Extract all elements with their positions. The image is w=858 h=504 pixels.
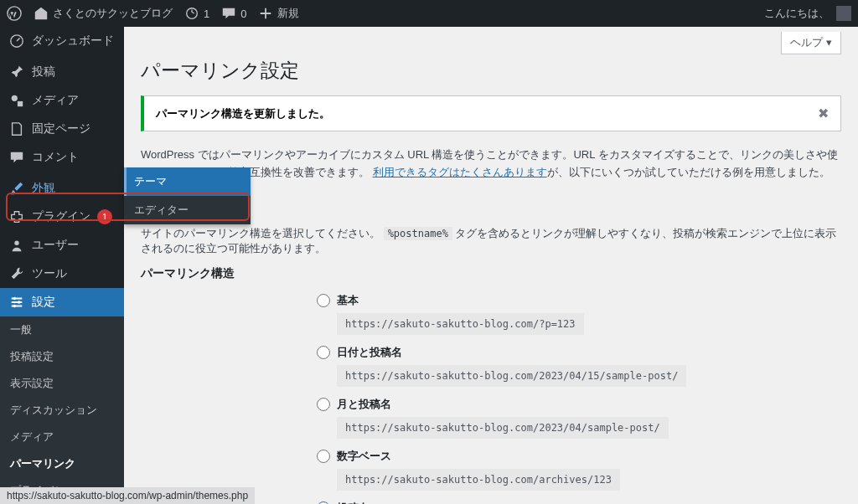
svg-point-5 <box>18 301 21 304</box>
svg-point-4 <box>13 297 17 301</box>
option-label[interactable]: 投稿名 <box>317 501 841 504</box>
sub-permalinks[interactable]: パーマリンク <box>0 450 124 477</box>
sub-discussion[interactable]: ディスカッション <box>0 397 124 424</box>
menu-tools[interactable]: ツール <box>0 260 124 288</box>
dashboard-icon <box>8 33 25 49</box>
option-url: https://sakuto-sakutto-blog.com/2023/04/… <box>337 365 686 387</box>
sub-general[interactable]: 一般 <box>0 316 124 343</box>
option-url: https://sakuto-sakutto-blog.com/2023/04/… <box>337 417 669 439</box>
greeting-text: こんにちは、 <box>764 6 830 21</box>
sliders-icon <box>8 295 25 310</box>
notice-text: パーマリンク構造を更新しました。 <box>156 106 330 121</box>
menu-plugins[interactable]: プラグイン1 <box>0 203 124 231</box>
dismiss-icon[interactable]: ✖ <box>818 105 829 121</box>
permalink-option: 数字ベースhttps://sakuto-sakutto-blog.com/arc… <box>317 449 841 491</box>
option-radio[interactable] <box>317 294 330 307</box>
admin-bar: さくとのサクッとブログ 1 0 新規 こんにちは、 <box>0 0 858 27</box>
appearance-flyout: テーマ エディター <box>124 167 251 224</box>
avatar <box>836 6 851 21</box>
pin-icon <box>8 64 25 80</box>
postname-tag: %postname% <box>384 227 452 240</box>
menu-appearance[interactable]: 外観 <box>0 174 124 203</box>
option-url: https://sakuto-sakutto-blog.com/archives… <box>337 469 620 491</box>
permalink-option: 基本https://sakuto-sakutto-blog.com/?p=123 <box>317 293 841 335</box>
tags-link[interactable]: 利用できるタグはたくさんあります <box>373 166 547 178</box>
help-tab[interactable]: ヘルプ ▾ <box>781 32 841 54</box>
option-radio[interactable] <box>317 450 330 463</box>
flyout-themes[interactable]: テーマ <box>124 167 251 196</box>
svg-point-6 <box>13 305 17 308</box>
updates-link[interactable]: 1 <box>184 6 209 21</box>
option-url: https://sakuto-sakutto-blog.com/?p=123 <box>337 313 584 335</box>
permalink-option: 投稿名https://sakuto-sakutto-blog.com/sampl… <box>317 501 841 504</box>
option-radio[interactable] <box>317 398 330 411</box>
menu-comments[interactable]: コメント <box>0 143 124 172</box>
plugins-badge: 1 <box>97 209 112 224</box>
option-label[interactable]: 月と投稿名 <box>317 397 841 412</box>
svg-point-3 <box>14 241 18 245</box>
menu-dashboard[interactable]: ダッシュボード <box>0 27 124 55</box>
option-label[interactable]: 数字ベース <box>317 449 841 464</box>
menu-posts[interactable]: 投稿 <box>0 58 124 86</box>
status-bar: https://sakuto-sakutto-blog.com/wp-admin… <box>0 487 255 504</box>
media-icon <box>8 93 25 108</box>
comments-link[interactable]: 0 <box>221 6 246 21</box>
menu-settings[interactable]: 設定 <box>0 288 124 316</box>
menu-media[interactable]: メディア <box>0 86 124 115</box>
option-radio[interactable] <box>317 501 330 504</box>
wp-logo[interactable] <box>7 6 22 21</box>
comment-icon <box>8 150 25 165</box>
structure-heading: パーマリンク構造 <box>141 266 841 281</box>
option-radio[interactable] <box>317 346 330 359</box>
admin-sidebar: ダッシュボード 投稿 メディア 固定ページ コメント 外観 プラグイン1 ユーザ… <box>0 27 124 504</box>
brush-icon <box>8 181 25 196</box>
hint-text: サイトのパーマリンク構造を選択してください。 %postname% タグを含める… <box>141 226 841 256</box>
option-label[interactable]: 日付と投稿名 <box>317 345 841 360</box>
success-notice: パーマリンク構造を更新しました。 ✖ <box>141 95 841 131</box>
wrench-icon <box>8 266 25 281</box>
menu-pages[interactable]: 固定ページ <box>0 115 124 143</box>
option-label[interactable]: 基本 <box>317 293 841 308</box>
account-link[interactable]: こんにちは、 <box>764 6 851 21</box>
page-icon <box>8 121 25 136</box>
sub-media[interactable]: メディア <box>0 424 124 450</box>
settings-submenu: 一般 投稿設定 表示設定 ディスカッション メディア パーマリンク プライバシー <box>0 316 124 504</box>
sub-writing[interactable]: 投稿設定 <box>0 343 124 370</box>
plugin-icon <box>8 209 25 224</box>
user-icon <box>8 238 25 253</box>
page-title: パーマリンク設定 <box>141 58 841 84</box>
content-area: ヘルプ ▾ パーマリンク設定 パーマリンク構造を更新しました。 ✖ WordPr… <box>124 27 858 504</box>
new-link[interactable]: 新規 <box>258 6 299 21</box>
site-title: さくとのサクッとブログ <box>53 6 173 21</box>
sub-reading[interactable]: 表示設定 <box>0 370 124 397</box>
svg-point-2 <box>12 95 18 101</box>
permalink-option: 日付と投稿名https://sakuto-sakutto-blog.com/20… <box>317 345 841 387</box>
menu-users[interactable]: ユーザー <box>0 231 124 260</box>
permalink-option: 月と投稿名https://sakuto-sakutto-blog.com/202… <box>317 397 841 439</box>
flyout-editor[interactable]: エディター <box>124 196 251 224</box>
site-link[interactable]: さくとのサクッとブログ <box>34 6 173 21</box>
